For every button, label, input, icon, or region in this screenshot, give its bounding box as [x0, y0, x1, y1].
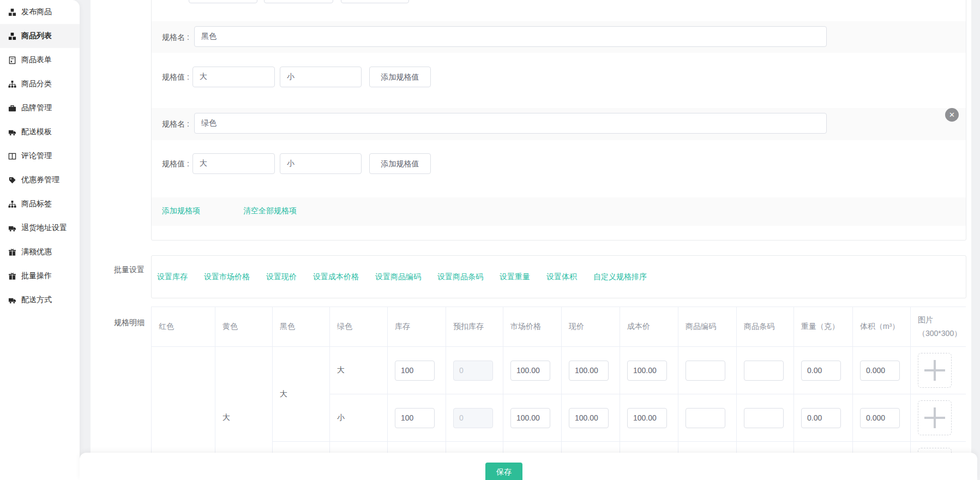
sidebar-item-product-tags[interactable]: 商品标签	[0, 192, 80, 216]
set-weight-link[interactable]: 设置重量	[500, 272, 530, 282]
sidebar-item-label: 配送方式	[21, 295, 52, 305]
sidebar-item-coupon-management[interactable]: 优惠券管理	[0, 168, 80, 192]
hold-stock-input	[453, 408, 493, 428]
set-price-link[interactable]: 设置现价	[266, 272, 297, 282]
table-row: 小 大	[152, 442, 966, 453]
sidebar-menu: 发布商品 商品列表 商品表单 商品分类 品牌管理 配送模板 评论管理 优惠券管	[0, 0, 80, 312]
set-barcode-link[interactable]: 设置商品条码	[437, 272, 483, 282]
col-header-black: 黑色	[273, 307, 330, 347]
footer-bar: 保存	[80, 453, 977, 480]
barcode-input[interactable]	[744, 361, 784, 381]
add-spec-value-button[interactable]: 添加规格值	[369, 153, 431, 174]
spec-value-input[interactable]	[280, 67, 362, 87]
col-header-red: 红色	[152, 307, 215, 347]
image-upload-button[interactable]	[918, 448, 952, 453]
add-spec-item-link[interactable]: 添加规格项	[162, 206, 200, 216]
spec-name-label: 规格名 :	[162, 27, 189, 47]
sidebar-item-product-list[interactable]: 商品列表	[0, 24, 80, 48]
spec-name-input[interactable]	[194, 26, 827, 47]
tag-icon	[8, 176, 16, 184]
sidebar-item-label: 商品表单	[21, 55, 52, 65]
col-header-hold-stock: 预扣库存	[446, 307, 503, 347]
remove-spec-group-button[interactable]: ✕	[945, 108, 959, 122]
col-header-cost-price: 成本价	[620, 307, 678, 347]
black-spec-cell: 大	[273, 347, 330, 442]
set-market-price-link[interactable]: 设置市场价格	[204, 272, 250, 282]
spec-name-label: 规格名 :	[162, 113, 189, 134]
sidebar-item-label: 商品列表	[21, 31, 52, 41]
truck-icon	[8, 128, 16, 136]
cost-price-input[interactable]	[627, 408, 667, 428]
spec-value-input[interactable]	[193, 67, 275, 87]
set-volume-link[interactable]: 设置体积	[546, 272, 577, 282]
spec-value-label: 规格值 :	[162, 153, 189, 174]
sidebar-item-return-address-settings[interactable]: 退货地址设置	[0, 216, 80, 240]
product-code-input[interactable]	[686, 408, 725, 428]
image-upload-button[interactable]	[918, 353, 952, 388]
market-price-input[interactable]	[510, 408, 550, 428]
market-price-input[interactable]	[510, 361, 550, 381]
spec-value-input[interactable]	[264, 0, 333, 3]
volume-input[interactable]	[860, 361, 900, 381]
clear-spec-items-link[interactable]: 清空全部规格项	[243, 206, 297, 216]
sidebar-item-label: 配送模板	[21, 127, 52, 137]
cubes-icon	[8, 8, 16, 16]
product-spec-page: { "colors": { "accent_link": "#2bbda6", …	[0, 0, 980, 480]
weight-input[interactable]	[801, 408, 841, 428]
col-header-barcode: 商品条码	[737, 307, 794, 347]
col-header-stock: 库存	[388, 307, 446, 347]
plus-icon	[924, 360, 945, 381]
set-cost-price-link[interactable]: 设置成本价格	[313, 272, 359, 282]
table-row: 大 大 大	[152, 347, 966, 394]
green-spec-cell: 大	[330, 442, 388, 453]
product-code-input[interactable]	[686, 361, 725, 381]
plus-icon	[924, 407, 945, 428]
spec-name-input[interactable]	[194, 113, 827, 134]
briefcase-icon	[8, 104, 16, 112]
black-spec-cell: 小	[273, 442, 330, 453]
sidebar-item-full-discount[interactable]: 满额优惠	[0, 240, 80, 264]
stock-input[interactable]	[395, 361, 435, 381]
sidebar-item-delivery-method[interactable]: 配送方式	[0, 288, 80, 312]
sidebar-item-product-category[interactable]: 商品分类	[0, 72, 80, 96]
cost-price-input[interactable]	[627, 361, 667, 381]
col-header-market-price: 市场价格	[503, 307, 562, 347]
sidebar-item-product-form[interactable]: 商品表单	[0, 48, 80, 72]
sidebar: 发布商品 商品列表 商品表单 商品分类 品牌管理 配送模板 评论管理 优惠券管	[0, 0, 80, 480]
sidebar-item-delivery-template[interactable]: 配送模板	[0, 120, 80, 144]
col-header-weight: 重量（克）	[794, 307, 853, 347]
truck-icon	[8, 296, 16, 304]
add-spec-value-button[interactable]: 添加规格值	[369, 67, 431, 87]
spec-value-input[interactable]	[341, 0, 409, 3]
spec-links-band: 添加规格项 清空全部规格项	[152, 197, 966, 226]
truck-icon	[8, 224, 16, 232]
image-upload-button[interactable]	[918, 400, 952, 435]
stock-input[interactable]	[395, 408, 435, 428]
green-spec-cell: 小	[330, 394, 388, 442]
table-header-row: 红色 黄色 黑色 绿色 库存 预扣库存 市场价格 现价 成本价 商品编码 商品条…	[152, 307, 966, 347]
sidebar-item-comment-management[interactable]: 评论管理	[0, 144, 80, 168]
sidebar-item-label: 优惠券管理	[21, 175, 59, 185]
save-button[interactable]: 保存	[485, 463, 522, 480]
barcode-input[interactable]	[744, 408, 784, 428]
sidebar-item-publish-product[interactable]: 发布商品	[0, 0, 80, 24]
sitemap-icon	[8, 200, 16, 208]
hold-stock-input	[453, 361, 493, 381]
custom-spec-sort-link[interactable]: 自定义规格排序	[593, 272, 647, 282]
gift-icon	[8, 272, 16, 280]
price-input[interactable]	[569, 361, 609, 381]
volume-input[interactable]	[860, 408, 900, 428]
spec-value-input[interactable]	[280, 153, 362, 174]
sidebar-item-brand-management[interactable]: 品牌管理	[0, 96, 80, 120]
spec-groups-panel: 规格名 : 规格值 : 添加规格值 规格名 : 规格值 : 添加规格值 添加规格…	[151, 0, 966, 241]
spec-value-input[interactable]	[193, 153, 275, 174]
set-product-code-link[interactable]: 设置商品编码	[375, 272, 421, 282]
price-input[interactable]	[569, 408, 609, 428]
sidebar-item-batch-operations[interactable]: 批量操作	[0, 264, 80, 288]
set-stock-link[interactable]: 设置库存	[157, 272, 188, 282]
weight-input[interactable]	[801, 361, 841, 381]
cubes-icon	[8, 32, 16, 40]
close-icon: ✕	[949, 111, 955, 118]
sidebar-item-label: 批量操作	[21, 271, 52, 281]
spec-value-input[interactable]	[189, 0, 257, 3]
